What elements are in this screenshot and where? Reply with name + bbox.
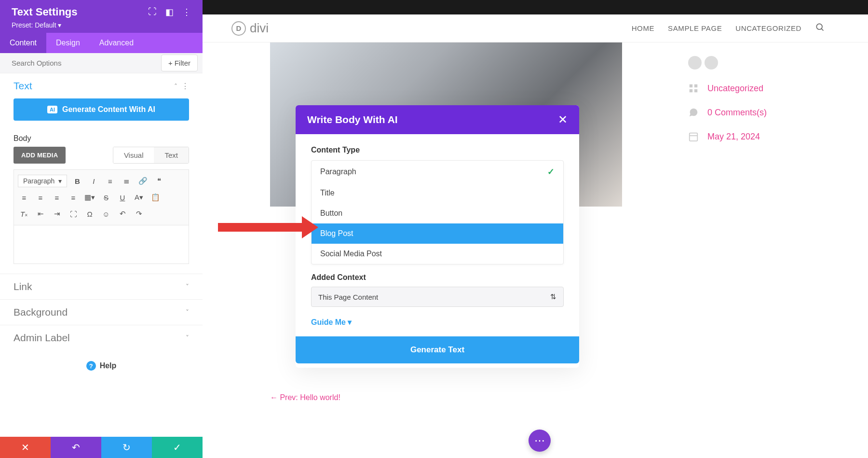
align-justify-icon[interactable]: ≡ <box>67 191 80 204</box>
dock-icon[interactable]: ◧ <box>165 7 174 17</box>
clear-format-icon[interactable]: Tₓ <box>18 208 30 220</box>
section-admin-label: Admin Label <box>14 332 70 344</box>
search-icon[interactable] <box>815 22 825 34</box>
paste-icon[interactable]: 📋 <box>149 191 162 204</box>
select-arrows-icon: ⇅ <box>550 292 556 301</box>
svg-line-1 <box>821 28 823 30</box>
author-avatars <box>688 56 767 69</box>
bullet-list-icon[interactable]: ≡ <box>104 175 116 187</box>
expand-icon[interactable]: ⛶ <box>148 7 157 17</box>
table-icon[interactable]: ▦▾ <box>83 191 96 204</box>
tab-design[interactable]: Design <box>46 33 90 53</box>
annotation-arrow <box>218 223 305 232</box>
meta-category[interactable]: Uncategorized <box>688 83 767 94</box>
help-label: Help <box>100 361 117 370</box>
emoji-icon[interactable]: ☺ <box>100 208 112 220</box>
italic-icon[interactable]: I <box>87 175 100 187</box>
svg-rect-6 <box>690 133 698 141</box>
generate-content-button[interactable]: AI Generate Content With AI <box>14 98 189 121</box>
builder-fab[interactable]: ⋯ <box>529 430 551 452</box>
content-type-list: Paragraph ✓ Title Button Blog Post Socia… <box>311 160 564 264</box>
chevron-down-icon: ˅ <box>186 334 189 342</box>
chevron-up-icon: ˄ <box>174 83 177 90</box>
redo-icon: ↻ <box>122 442 131 453</box>
link-icon[interactable]: 🔗 <box>136 175 149 187</box>
paragraph-select-label: Paragraph <box>23 177 54 185</box>
visual-tab[interactable]: Visual <box>113 147 154 163</box>
filter-label: Filter <box>175 59 190 67</box>
redo-icon[interactable]: ↷ <box>133 208 145 220</box>
undo-icon[interactable]: ↶ <box>116 208 129 220</box>
section-link-header[interactable]: Link ˅ <box>0 274 203 299</box>
align-center-icon[interactable]: ≡ <box>34 191 47 204</box>
nav-sample[interactable]: SAMPLE PAGE <box>668 24 722 32</box>
svg-point-0 <box>816 24 822 29</box>
meta-category-label: Uncategorized <box>707 83 763 94</box>
editor-textarea[interactable] <box>14 225 189 264</box>
help-icon: ? <box>86 361 96 371</box>
fullscreen-icon[interactable]: ⛶ <box>67 208 80 220</box>
section-more-icon[interactable]: ⋮ <box>181 82 189 90</box>
number-list-icon[interactable]: ≣ <box>120 175 133 187</box>
calendar-icon <box>688 131 699 142</box>
align-left-icon[interactable]: ≡ <box>18 191 30 204</box>
save-button[interactable]: ✓ <box>152 437 203 458</box>
search-input[interactable] <box>0 53 161 73</box>
meta-date[interactable]: May 21, 2024 <box>688 131 767 142</box>
tab-content[interactable]: Content <box>0 33 46 53</box>
bold-icon[interactable]: B <box>71 175 83 187</box>
option-paragraph[interactable]: Paragraph ✓ <box>312 161 563 183</box>
preset-selector[interactable]: Preset: Default ▾ <box>12 21 191 29</box>
help-link[interactable]: ? Help <box>0 350 203 381</box>
modal-close-button[interactable]: ✕ <box>558 113 568 126</box>
section-background-header[interactable]: Background ˅ <box>0 299 203 325</box>
section-text-header[interactable]: Text ˄⋮ <box>0 73 203 98</box>
option-blog-post[interactable]: Blog Post <box>312 223 563 244</box>
nav-uncategorized[interactable]: UNCATEGORIZED <box>735 24 801 32</box>
chevron-down-icon: ˅ <box>186 308 189 316</box>
meta-comments[interactable]: 0 Comments(s) <box>688 107 767 118</box>
redo-button[interactable]: ↻ <box>101 437 152 458</box>
add-media-button[interactable]: ADD MEDIA <box>14 147 66 164</box>
more-icon[interactable]: ⋮ <box>182 7 191 17</box>
nav-home[interactable]: HOME <box>632 24 654 32</box>
discard-button[interactable]: ✕ <box>0 437 51 458</box>
option-social-label: Social Media Post <box>320 250 382 258</box>
align-right-icon[interactable]: ≡ <box>51 191 63 204</box>
indent-icon[interactable]: ⇥ <box>51 208 63 220</box>
text-tab[interactable]: Text <box>154 147 189 163</box>
underline-icon[interactable]: U <box>116 191 129 204</box>
option-title[interactable]: Title <box>312 183 563 203</box>
section-background-label: Background <box>14 306 68 318</box>
text-color-icon[interactable]: A▾ <box>133 191 145 204</box>
avatar <box>705 56 718 69</box>
modal-body: Content Type Paragraph ✓ Title Button Bl… <box>296 134 579 368</box>
option-blog-label: Blog Post <box>320 229 353 238</box>
ai-modal: Write Body With AI ✕ Content Type Paragr… <box>296 105 579 368</box>
undo-button[interactable]: ↶ <box>51 437 101 458</box>
generate-text-button[interactable]: Generate Text <box>296 336 579 363</box>
meta-date-label: May 21, 2024 <box>707 132 760 142</box>
paragraph-select[interactable]: Paragraph▾ <box>18 175 67 187</box>
prev-post-link[interactable]: ← Prev: Hello world! <box>270 393 340 402</box>
quote-icon[interactable]: ❝ <box>153 175 165 187</box>
close-icon: ✕ <box>21 442 29 453</box>
section-admin-header[interactable]: Admin Label ˅ <box>0 325 203 350</box>
option-social[interactable]: Social Media Post <box>312 244 563 264</box>
strike-icon[interactable]: S <box>100 191 112 204</box>
guide-me-link[interactable]: Guide Me ▾ <box>311 318 564 327</box>
option-title-label: Title <box>320 189 335 197</box>
site-header: D divi HOME SAMPLE PAGE UNCATEGORIZED <box>203 14 868 42</box>
modal-title: Write Body With AI <box>307 114 398 125</box>
outdent-icon[interactable]: ⇤ <box>34 208 47 220</box>
settings-sidebar: Text Settings ⛶ ◧ ⋮ Preset: Default ▾ Co… <box>0 0 203 458</box>
site-logo[interactable]: D divi <box>231 21 269 36</box>
special-char-icon[interactable]: Ω <box>83 208 96 220</box>
added-context-select[interactable]: This Page Content ⇅ <box>311 287 564 307</box>
footer-actions: ✕ ↶ ↻ ✓ <box>0 437 203 458</box>
svg-rect-4 <box>690 89 692 92</box>
chevron-down-icon: ˅ <box>186 283 189 291</box>
tab-advanced[interactable]: Advanced <box>90 33 143 53</box>
option-button[interactable]: Button <box>312 203 563 223</box>
filter-button[interactable]: +Filter <box>161 55 198 71</box>
